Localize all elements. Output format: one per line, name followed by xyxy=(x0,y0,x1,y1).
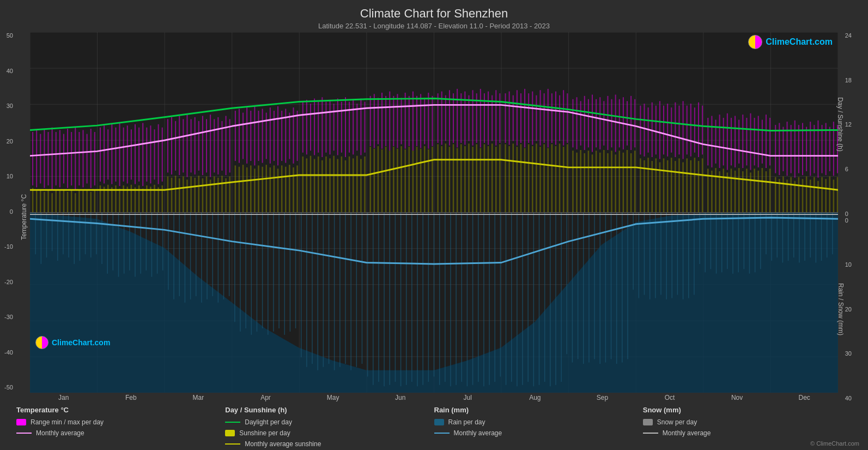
chart-title: Climate Chart for Shenzhen xyxy=(0,7,868,21)
legend-sunshine-avg: Monthly average sunshine xyxy=(225,440,434,448)
legend-rain-day: Rain per day xyxy=(434,418,643,426)
legend-temp-avg: Monthly average xyxy=(16,429,225,437)
y-right-12: 12 xyxy=(845,121,852,128)
legend-sunshine-title: Day / Sunshine (h) xyxy=(225,406,434,414)
x-label-nov: Nov xyxy=(703,394,771,401)
y-left-n10: -10 xyxy=(4,243,13,250)
legend-label-rain-day: Rain per day xyxy=(448,418,485,426)
copyright: © ClimeChart.com xyxy=(810,440,859,447)
y-axis-right-sunshine-label: Day / Sunshine (h) xyxy=(836,98,843,152)
y-right-0: 0 xyxy=(845,211,848,217)
y-right-rain-0: 0 xyxy=(845,217,848,224)
legend-rain-avg: Monthly average xyxy=(434,429,643,437)
legend-area: Temperature °C Range min / max per day M… xyxy=(0,401,868,450)
brand-icon-top xyxy=(748,35,762,49)
x-label-mar: Mar xyxy=(165,394,232,401)
y-left-50: 50 xyxy=(7,32,13,39)
x-label-sep: Sep xyxy=(569,394,636,401)
legend-swatch-rain xyxy=(434,419,444,425)
legend-line-sunshine-avg xyxy=(225,443,240,445)
y-left-n20: -20 xyxy=(4,279,13,285)
x-label-aug: Aug xyxy=(501,394,569,401)
legend-line-snow-avg xyxy=(643,433,658,434)
legend-label-sunshine-avg: Monthly average sunshine xyxy=(245,440,321,448)
legend-daylight: Daylight per day xyxy=(225,418,434,426)
y-right-18: 18 xyxy=(845,77,852,83)
x-label-feb: Feb xyxy=(98,394,165,401)
legend-temperature-title: Temperature °C xyxy=(16,406,225,414)
y-right-rain-20: 20 xyxy=(845,306,852,313)
legend-label-snow-day: Snow per day xyxy=(657,418,697,426)
y-axis-right-rain-label: Rain / Snow (mm) xyxy=(837,283,845,335)
y-left-40: 40 xyxy=(7,68,13,74)
brand-name-bottom: ClimeChart.com xyxy=(52,338,110,347)
legend-label-sunshine-day: Sunshine per day xyxy=(239,429,290,437)
brand-logo-top: ClimeChart.com xyxy=(748,35,833,49)
legend-line-temp-avg xyxy=(16,433,32,434)
legend-label-rain-avg: Monthly average xyxy=(454,429,502,437)
brand-icon-bottom xyxy=(35,336,48,349)
chart-subtitle: Latitude 22.531 - Longitude 114.087 - El… xyxy=(0,22,868,30)
chart-header: Climate Chart for Shenzhen Latitude 22.5… xyxy=(0,0,868,32)
legend-sunshine-day: Sunshine per day xyxy=(225,429,434,437)
main-container: Climate Chart for Shenzhen Latitude 22.5… xyxy=(0,0,868,450)
y-left-n30: -30 xyxy=(4,314,13,320)
x-label-jun: Jun xyxy=(367,394,434,401)
y-left-30: 30 xyxy=(7,103,13,109)
x-label-jan: Jan xyxy=(30,394,98,401)
legend-label-snow-avg: Monthly average xyxy=(663,429,711,437)
legend-swatch-snow xyxy=(643,419,653,425)
x-label-dec: Dec xyxy=(770,394,838,401)
chart-svg xyxy=(30,32,838,393)
y-left-10: 10 xyxy=(7,173,13,179)
legend-rain-title: Rain (mm) xyxy=(434,406,643,414)
y-left-20: 20 xyxy=(7,138,13,145)
x-label-oct: Oct xyxy=(636,394,703,401)
legend-rain: Rain (mm) Rain per day Monthly average xyxy=(434,406,643,448)
y-axis-left-label: Temperature °C xyxy=(20,194,28,239)
legend-line-rain-avg xyxy=(434,433,450,434)
legend-snow-title: Snow (mm) xyxy=(643,406,852,414)
legend-sunshine: Day / Sunshine (h) Daylight per day Suns… xyxy=(225,406,434,448)
y-right-24: 24 xyxy=(845,32,852,39)
legend-label-temp-range: Range min / max per day xyxy=(31,418,104,426)
y-left-n50: -50 xyxy=(4,384,13,391)
legend-label-daylight: Daylight per day xyxy=(245,418,292,426)
y-left-n40: -40 xyxy=(4,349,13,356)
legend-swatch-temp-range xyxy=(16,419,26,425)
y-right-rain-30: 30 xyxy=(845,350,852,357)
x-label-jul: Jul xyxy=(434,394,501,401)
x-axis: Jan Feb Mar Apr May Jun Jul Aug Sep Oct … xyxy=(30,394,838,401)
y-right-rain-40: 40 xyxy=(845,395,852,401)
legend-temperature: Temperature °C Range min / max per day M… xyxy=(16,406,225,448)
legend-line-daylight xyxy=(225,422,240,423)
brand-name-top: ClimeChart.com xyxy=(766,37,833,47)
legend-temp-range: Range min / max per day xyxy=(16,418,225,426)
legend-snow-day: Snow per day xyxy=(643,418,852,426)
legend-snow-avg: Monthly average xyxy=(643,429,852,437)
y-left-0: 0 xyxy=(10,208,13,215)
x-label-apr: Apr xyxy=(232,394,300,401)
legend-swatch-sunshine xyxy=(225,430,235,436)
y-right-rain-10: 10 xyxy=(845,261,852,268)
legend-label-temp-avg: Monthly average xyxy=(36,429,84,437)
x-label-may: May xyxy=(299,394,367,401)
brand-logo-bottom: ClimeChart.com xyxy=(35,336,110,349)
y-right-6: 6 xyxy=(845,166,848,172)
